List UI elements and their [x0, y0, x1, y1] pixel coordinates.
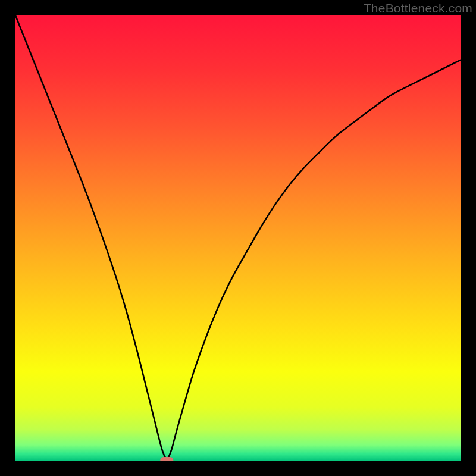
watermark-text: TheBottleneck.com [364, 1, 472, 15]
gradient-background [15, 15, 461, 461]
chart-frame [15, 15, 461, 461]
vertex-marker [160, 457, 173, 461]
chart-svg [15, 15, 461, 461]
vertex-marker-shape [160, 457, 173, 461]
